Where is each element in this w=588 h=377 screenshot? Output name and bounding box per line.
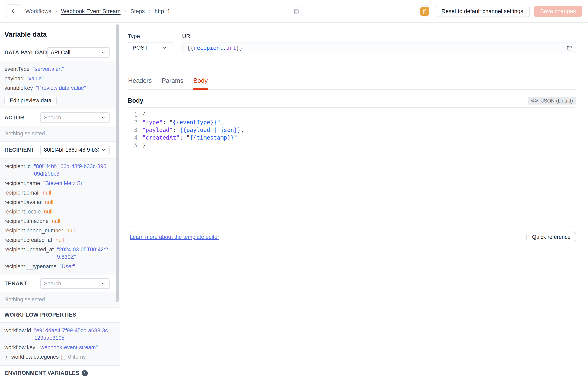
topbar-actions: Reset to default channel settings Save c… <box>419 5 582 17</box>
tab-params[interactable]: Params <box>161 77 184 89</box>
kv-value: "2024-03-05T00:42:29.839Z" <box>57 246 108 261</box>
edit-preview-data-button[interactable]: Edit preview data <box>4 96 57 105</box>
kv-value: "80f1f4bf-166d-48f9-b33c-39009df20bc3" <box>34 163 108 178</box>
panel-toggle-button[interactable] <box>291 6 302 17</box>
kv-row: recipient.timezonenull <box>4 216 108 226</box>
chevron-right-icon <box>4 355 9 359</box>
actor-search-input[interactable] <box>44 115 99 121</box>
kv-value: null <box>44 208 52 215</box>
chevron-down-icon <box>101 147 106 153</box>
kv-row: workflow.key"webhook-event-stream" <box>4 343 108 352</box>
environment-variables-label: ENVIRONMENT VARIABLES <box>4 370 79 376</box>
quick-reference-button[interactable]: Quick reference <box>526 232 576 242</box>
workflow-properties-preview: workflow.id"e91ddae4-7f99-45cb-a688-3c12… <box>0 322 120 365</box>
actor-label: ACTOR <box>4 115 24 121</box>
kv-key: workflow.key <box>4 344 35 351</box>
kv-value: "Preview data value" <box>36 84 86 92</box>
kv-row: eventType"server:alert" <box>4 64 108 74</box>
recipient-selected-value: 80f1f4bf-166d-48f9-b33c <box>44 147 99 153</box>
kv-value: null <box>55 236 64 244</box>
breadcrumb-separator: › <box>125 8 127 14</box>
chevron-left-icon <box>10 8 16 14</box>
recipient-header: RECIPIENT 80f1f4bf-166d-48f9-b33c <box>0 141 120 158</box>
reset-default-channel-button[interactable]: Reset to default channel settings <box>435 6 529 17</box>
breadcrumb-separator: › <box>149 8 151 14</box>
actor-empty-state: Nothing selected <box>4 130 108 138</box>
kv-key: variableKey <box>4 84 33 92</box>
line-number: 2 <box>128 119 137 126</box>
kv-key: recipient.phone_number <box>4 227 63 235</box>
right-panel-divider <box>583 23 583 377</box>
code-line: 5} <box>128 141 576 149</box>
language-badge: <> JSON (Liquid) <box>528 97 576 105</box>
actor-search-select[interactable] <box>40 112 110 123</box>
tenant-search-input[interactable] <box>44 281 99 287</box>
workflow-categories-row[interactable]: workflow.categories [ ] 0 items <box>4 352 108 362</box>
workflow-categories-bracket: [ ] <box>61 353 66 361</box>
kv-value: "server:alert" <box>33 65 64 73</box>
tenant-preview: Nothing selected <box>0 292 120 307</box>
kv-key: recipient.id <box>4 163 31 170</box>
topbar: Workflows›Webhook Event Stream›Steps›htt… <box>0 0 588 23</box>
line-number: 3 <box>128 126 137 134</box>
info-icon[interactable]: i <box>82 370 88 376</box>
request-tabs: HeadersParamsBody <box>128 77 576 90</box>
kv-value: null <box>43 189 51 197</box>
tenant-header: TENANT <box>0 275 120 292</box>
workflow-categories-count: 0 items <box>68 353 86 361</box>
kv-key: recipient.locale <box>4 208 41 215</box>
commit-button[interactable] <box>419 5 431 17</box>
kv-key: payload <box>4 75 24 82</box>
kv-key: recipient.created_at <box>4 236 52 244</box>
kv-key: eventType <box>4 65 30 73</box>
kv-value: null <box>45 199 53 206</box>
kv-value: "value" <box>27 75 44 82</box>
kv-row: recipient.created_atnull <box>4 236 108 245</box>
http-method-select[interactable]: POST <box>128 42 172 53</box>
breadcrumb-separator: › <box>55 8 57 14</box>
kv-row: recipient.phone_numbernull <box>4 226 108 236</box>
url-input[interactable]: {{recipient.url}} <box>182 42 576 53</box>
kv-key: recipient.timezone <box>4 217 48 225</box>
sidebar-panel-icon <box>293 8 300 15</box>
kv-key: recipient.updated_at <box>4 246 54 253</box>
kv-row: variableKey"Preview data value" <box>4 83 108 93</box>
tenant-label: TENANT <box>4 281 27 287</box>
kv-row: recipient.updated_at"2024-03-05T00:42:29… <box>4 245 108 262</box>
tab-headers[interactable]: Headers <box>128 77 152 89</box>
actor-preview: Nothing selected <box>0 126 120 141</box>
body-template-editor[interactable]: 1{2"type": "{{eventType}}",3"payload": {… <box>128 107 576 227</box>
type-label: Type <box>128 33 172 40</box>
code-icon: <> <box>531 98 539 104</box>
line-number: 5 <box>128 141 137 149</box>
kv-key: recipient.name <box>4 180 40 187</box>
data-payload-select[interactable]: API Call <box>47 47 110 58</box>
kv-key: recipient.avatar <box>4 199 42 206</box>
workflow-properties-label: WORKFLOW PROPERTIES <box>4 312 76 318</box>
sidebar-scrollbar[interactable] <box>116 24 119 302</box>
breadcrumb-item-webhook-event-stream[interactable]: Webhook Event Stream <box>61 8 120 14</box>
kv-value: null <box>52 217 60 225</box>
line-number: 1 <box>128 111 137 119</box>
url-label: URL <box>182 33 576 40</box>
external-link-icon[interactable] <box>566 45 573 51</box>
breadcrumb-item-steps[interactable]: Steps <box>130 8 145 14</box>
tab-body[interactable]: Body <box>193 77 208 89</box>
data-payload-header: DATA PAYLOAD API Call <box>0 44 120 61</box>
body-section-title: Body <box>128 97 143 104</box>
code-line: 4"createdAt": "{{timestamp}}" <box>128 134 576 141</box>
kv-row: recipient.emailnull <box>4 188 108 198</box>
kv-key: recipient.__typename <box>4 263 56 270</box>
app-window: Workflows›Webhook Event Stream›Steps›htt… <box>0 0 588 377</box>
back-button[interactable] <box>6 4 20 18</box>
template-editor-docs-link[interactable]: Learn more about the template editor <box>130 234 219 240</box>
breadcrumb-item-workflows[interactable]: Workflows <box>25 8 51 14</box>
breadcrumb-item-http_1: http_1 <box>154 8 170 14</box>
kv-key: workflow.id <box>4 327 31 334</box>
actor-header: ACTOR <box>0 109 120 126</box>
chevron-down-icon <box>101 281 106 286</box>
kv-key: recipient.email <box>4 189 39 197</box>
recipient-select[interactable]: 80f1f4bf-166d-48f9-b33c <box>40 145 110 155</box>
tenant-search-select[interactable] <box>40 278 110 289</box>
save-changes-button[interactable]: Save changes <box>534 6 582 17</box>
